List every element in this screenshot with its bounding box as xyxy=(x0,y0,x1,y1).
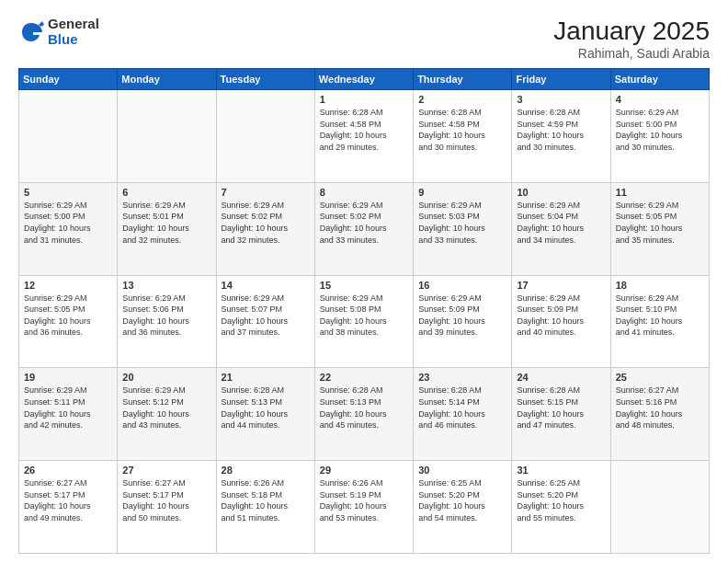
day-number: 11 xyxy=(616,187,704,198)
day-number: 22 xyxy=(320,372,408,383)
calendar-cell: 30Sunrise: 6:25 AM Sunset: 5:20 PM Dayli… xyxy=(414,461,512,554)
cell-info: Sunrise: 6:29 AM Sunset: 5:11 PM Dayligh… xyxy=(24,385,112,431)
calendar-cell: 21Sunrise: 6:28 AM Sunset: 5:13 PM Dayli… xyxy=(216,368,314,461)
calendar-cell: 2Sunrise: 6:28 AM Sunset: 4:58 PM Daylig… xyxy=(414,90,512,183)
calendar-cell: 31Sunrise: 6:25 AM Sunset: 5:20 PM Dayli… xyxy=(512,461,610,554)
calendar-cell: 5Sunrise: 6:29 AM Sunset: 5:00 PM Daylig… xyxy=(19,182,118,275)
logo-blue: Blue xyxy=(48,32,99,48)
calendar-cell: 12Sunrise: 6:29 AM Sunset: 5:05 PM Dayli… xyxy=(19,275,118,368)
calendar-cell: 23Sunrise: 6:28 AM Sunset: 5:14 PM Dayli… xyxy=(414,368,512,461)
calendar-cell: 29Sunrise: 6:26 AM Sunset: 5:19 PM Dayli… xyxy=(314,461,413,554)
header: General Blue January 2025 Rahimah, Saudi… xyxy=(18,17,710,61)
cell-info: Sunrise: 6:29 AM Sunset: 5:07 PM Dayligh… xyxy=(222,293,310,339)
day-number: 9 xyxy=(418,187,506,198)
cell-info: Sunrise: 6:29 AM Sunset: 5:04 PM Dayligh… xyxy=(517,200,605,246)
day-number: 18 xyxy=(616,280,704,291)
cell-info: Sunrise: 6:29 AM Sunset: 5:01 PM Dayligh… xyxy=(122,200,210,246)
cell-info: Sunrise: 6:29 AM Sunset: 5:00 PM Dayligh… xyxy=(616,107,704,153)
cell-info: Sunrise: 6:29 AM Sunset: 5:10 PM Dayligh… xyxy=(616,293,704,339)
weekday-tuesday: Tuesday xyxy=(216,69,314,90)
week-row-1: 5Sunrise: 6:29 AM Sunset: 5:00 PM Daylig… xyxy=(19,182,710,275)
cell-info: Sunrise: 6:29 AM Sunset: 5:03 PM Dayligh… xyxy=(418,200,506,246)
cell-info: Sunrise: 6:29 AM Sunset: 5:09 PM Dayligh… xyxy=(517,293,605,339)
calendar-cell: 24Sunrise: 6:28 AM Sunset: 5:15 PM Dayli… xyxy=(512,368,610,461)
day-number: 14 xyxy=(222,280,310,291)
weekday-wednesday: Wednesday xyxy=(314,69,413,90)
calendar-cell: 7Sunrise: 6:29 AM Sunset: 5:02 PM Daylig… xyxy=(216,182,314,275)
cell-info: Sunrise: 6:27 AM Sunset: 5:16 PM Dayligh… xyxy=(616,385,704,431)
calendar-cell xyxy=(19,90,118,183)
day-number: 24 xyxy=(517,372,605,383)
day-number: 15 xyxy=(320,280,408,291)
calendar-cell: 4Sunrise: 6:29 AM Sunset: 5:00 PM Daylig… xyxy=(610,90,709,183)
calendar-cell: 20Sunrise: 6:29 AM Sunset: 5:12 PM Dayli… xyxy=(118,368,216,461)
weekday-header-row: SundayMondayTuesdayWednesdayThursdayFrid… xyxy=(19,69,710,90)
week-row-3: 19Sunrise: 6:29 AM Sunset: 5:11 PM Dayli… xyxy=(19,368,710,461)
day-number: 21 xyxy=(222,372,310,383)
cell-info: Sunrise: 6:25 AM Sunset: 5:20 PM Dayligh… xyxy=(517,477,605,523)
cell-info: Sunrise: 6:28 AM Sunset: 5:13 PM Dayligh… xyxy=(320,385,408,431)
weekday-saturday: Saturday xyxy=(610,69,709,90)
calendar-cell: 1Sunrise: 6:28 AM Sunset: 4:58 PM Daylig… xyxy=(314,90,413,183)
day-number: 6 xyxy=(122,187,210,198)
calendar-table: SundayMondayTuesdayWednesdayThursdayFrid… xyxy=(18,68,710,554)
day-number: 12 xyxy=(24,280,112,291)
day-number: 10 xyxy=(517,187,605,198)
cell-info: Sunrise: 6:28 AM Sunset: 5:15 PM Dayligh… xyxy=(517,385,605,431)
day-number: 29 xyxy=(320,465,408,476)
logo-general: General xyxy=(48,17,99,32)
cell-info: Sunrise: 6:26 AM Sunset: 5:18 PM Dayligh… xyxy=(222,477,310,523)
weekday-monday: Monday xyxy=(118,69,216,90)
cell-info: Sunrise: 6:29 AM Sunset: 5:12 PM Dayligh… xyxy=(122,385,210,431)
calendar-cell: 28Sunrise: 6:26 AM Sunset: 5:18 PM Dayli… xyxy=(216,461,314,554)
week-row-2: 12Sunrise: 6:29 AM Sunset: 5:05 PM Dayli… xyxy=(19,275,710,368)
calendar-cell: 3Sunrise: 6:28 AM Sunset: 4:59 PM Daylig… xyxy=(512,90,610,183)
calendar-cell: 9Sunrise: 6:29 AM Sunset: 5:03 PM Daylig… xyxy=(414,182,512,275)
calendar-cell: 14Sunrise: 6:29 AM Sunset: 5:07 PM Dayli… xyxy=(216,275,314,368)
cell-info: Sunrise: 6:29 AM Sunset: 5:02 PM Dayligh… xyxy=(222,200,310,246)
calendar-cell xyxy=(610,461,709,554)
day-number: 20 xyxy=(122,372,210,383)
cell-info: Sunrise: 6:29 AM Sunset: 5:05 PM Dayligh… xyxy=(24,293,112,339)
calendar-cell: 27Sunrise: 6:27 AM Sunset: 5:17 PM Dayli… xyxy=(118,461,216,554)
day-number: 27 xyxy=(122,465,210,476)
day-number: 4 xyxy=(616,94,704,105)
day-number: 1 xyxy=(320,94,408,105)
title-block: January 2025 Rahimah, Saudi Arabia xyxy=(553,17,710,61)
day-number: 13 xyxy=(122,280,210,291)
day-number: 26 xyxy=(24,465,112,476)
cell-info: Sunrise: 6:29 AM Sunset: 5:09 PM Dayligh… xyxy=(418,293,506,339)
page: General Blue January 2025 Rahimah, Saudi… xyxy=(0,0,728,563)
calendar-cell: 26Sunrise: 6:27 AM Sunset: 5:17 PM Dayli… xyxy=(19,461,118,554)
calendar-cell: 15Sunrise: 6:29 AM Sunset: 5:08 PM Dayli… xyxy=(314,275,413,368)
day-number: 3 xyxy=(517,94,605,105)
calendar-cell: 8Sunrise: 6:29 AM Sunset: 5:02 PM Daylig… xyxy=(314,182,413,275)
day-number: 19 xyxy=(24,372,112,383)
calendar-cell: 19Sunrise: 6:29 AM Sunset: 5:11 PM Dayli… xyxy=(19,368,118,461)
calendar-cell: 17Sunrise: 6:29 AM Sunset: 5:09 PM Dayli… xyxy=(512,275,610,368)
cell-info: Sunrise: 6:28 AM Sunset: 4:58 PM Dayligh… xyxy=(418,107,506,153)
cell-info: Sunrise: 6:28 AM Sunset: 5:14 PM Dayligh… xyxy=(418,385,506,431)
calendar-cell: 6Sunrise: 6:29 AM Sunset: 5:01 PM Daylig… xyxy=(118,182,216,275)
cell-info: Sunrise: 6:26 AM Sunset: 5:19 PM Dayligh… xyxy=(320,477,408,523)
cell-info: Sunrise: 6:29 AM Sunset: 5:05 PM Dayligh… xyxy=(616,200,704,246)
calendar-cell: 11Sunrise: 6:29 AM Sunset: 5:05 PM Dayli… xyxy=(610,182,709,275)
location: Rahimah, Saudi Arabia xyxy=(553,46,710,61)
day-number: 7 xyxy=(222,187,310,198)
weekday-friday: Friday xyxy=(512,69,610,90)
day-number: 16 xyxy=(418,280,506,291)
week-row-0: 1Sunrise: 6:28 AM Sunset: 4:58 PM Daylig… xyxy=(19,90,710,183)
day-number: 5 xyxy=(24,187,112,198)
calendar-cell: 16Sunrise: 6:29 AM Sunset: 5:09 PM Dayli… xyxy=(414,275,512,368)
calendar-cell: 22Sunrise: 6:28 AM Sunset: 5:13 PM Dayli… xyxy=(314,368,413,461)
calendar-cell: 13Sunrise: 6:29 AM Sunset: 5:06 PM Dayli… xyxy=(118,275,216,368)
calendar-cell: 25Sunrise: 6:27 AM Sunset: 5:16 PM Dayli… xyxy=(610,368,709,461)
logo-text: General Blue xyxy=(48,17,99,47)
cell-info: Sunrise: 6:28 AM Sunset: 4:58 PM Dayligh… xyxy=(320,107,408,153)
day-number: 30 xyxy=(418,465,506,476)
day-number: 25 xyxy=(616,372,704,383)
day-number: 8 xyxy=(320,187,408,198)
day-number: 17 xyxy=(517,280,605,291)
calendar-cell: 10Sunrise: 6:29 AM Sunset: 5:04 PM Dayli… xyxy=(512,182,610,275)
cell-info: Sunrise: 6:25 AM Sunset: 5:20 PM Dayligh… xyxy=(418,477,506,523)
